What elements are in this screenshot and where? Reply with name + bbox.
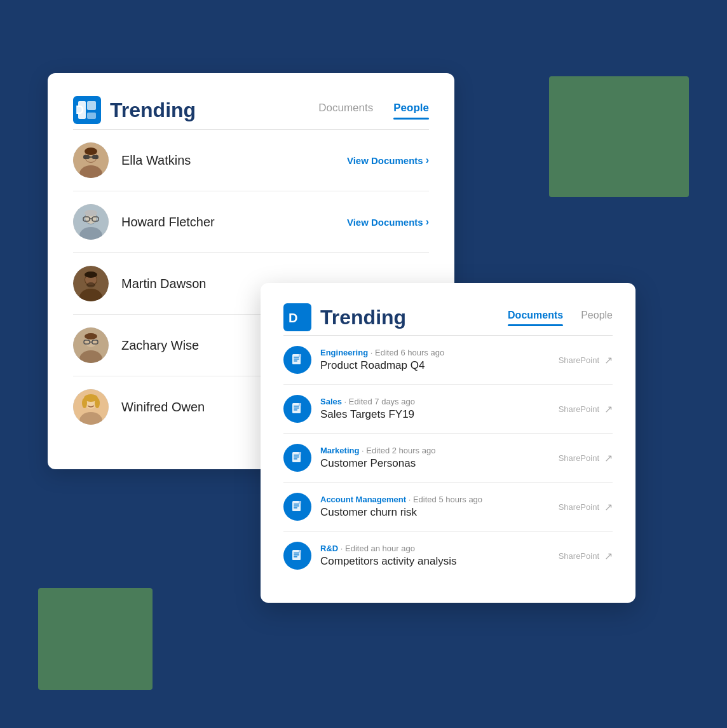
delve-icon-docs: D [283,303,311,331]
doc-category-4: R&D [320,544,338,553]
trending-icon-0: ↗ [604,354,613,366]
svg-rect-2 [87,101,96,110]
svg-point-26 [86,282,95,287]
doc-info-1: Sales · Edited 7 days ago Sales Targets … [320,397,550,421]
doc-category-1: Sales [320,397,342,406]
doc-right-0: SharePoint ↗ [559,354,613,366]
green-decoration-top [549,76,689,197]
doc-meta-0: Engineering · Edited 6 hours ago [320,348,550,357]
doc-right-4: SharePoint ↗ [559,550,613,562]
svg-rect-50 [294,409,297,411]
doc-right-3: SharePoint ↗ [559,501,613,513]
svg-point-33 [85,333,97,340]
svg-text:D: D [289,311,297,325]
svg-point-39 [95,398,100,408]
trending-icon-1: ↗ [604,403,613,415]
chevron-icon: › [426,155,429,166]
doc-name-3: Customer churn risk [320,506,550,519]
doc-info-2: Marketing · Edited 2 hours ago Customer … [320,446,550,470]
svg-rect-61 [299,501,301,504]
person-name-ella: Ella Watkins [121,153,347,168]
doc-info-4: R&D · Edited an hour ago Competitors act… [320,544,550,568]
doc-row-0: Engineering · Edited 6 hours ago Product… [283,336,613,385]
svg-rect-51 [299,403,301,406]
doc-info-3: Account Management · Edited 5 hours ago … [320,495,550,519]
svg-point-25 [85,271,97,278]
svg-rect-46 [299,354,301,357]
tab-docs-documents[interactable]: Documents [508,310,563,325]
person-row-howard: Howard Fletcher View Documents › [73,191,429,253]
doc-right-1: SharePoint ↗ [559,403,613,415]
doc-meta-4: R&D · Edited an hour ago [320,544,550,553]
doc-edited-3: · Edited 5 hours ago [409,495,482,504]
people-tab-group: Documents People [318,102,429,118]
svg-rect-65 [294,556,297,558]
doc-name-2: Customer Personas [320,457,550,470]
doc-icon-0 [283,346,311,374]
people-card-title: Trending [110,99,318,122]
svg-rect-9 [83,155,90,159]
doc-meta-1: Sales · Edited 7 days ago [320,397,550,406]
svg-rect-58 [294,504,299,505]
avatar-martin [73,266,109,301]
sharepoint-label-1: SharePoint [559,404,599,414]
svg-rect-43 [294,357,299,358]
svg-rect-10 [92,155,99,159]
doc-icon-1 [283,395,311,423]
person-row-ella: Ella Watkins View Documents › [73,130,429,191]
sharepoint-label-2: SharePoint [559,453,599,463]
svg-rect-53 [294,455,299,456]
chevron-icon: › [426,216,429,228]
doc-icon-3 [283,493,311,521]
docs-tab-group: Documents People [508,310,613,325]
svg-rect-66 [299,550,301,553]
tab-people[interactable]: People [393,102,429,118]
svg-point-38 [82,398,87,408]
doc-row-3: Account Management · Edited 5 hours ago … [283,483,613,532]
docs-card: D Trending Documents People Engineering … [261,283,635,603]
doc-category-3: Account Management [320,495,406,504]
delve-icon: D [73,96,101,124]
svg-text:D: D [76,104,84,116]
doc-name-4: Competitors activity analysis [320,555,550,568]
svg-rect-55 [294,458,297,460]
avatar-ella [73,142,109,178]
doc-edited-2: · Edited 2 hours ago [362,446,435,455]
trending-icon-3: ↗ [604,501,613,513]
svg-point-20 [85,210,97,216]
view-docs-howard[interactable]: View Documents › [347,216,429,228]
docs-card-title: Trending [320,306,508,329]
doc-icon-4 [283,542,311,570]
doc-name-0: Product Roadmap Q4 [320,359,550,372]
avatar-winifred [73,389,109,425]
tab-documents[interactable]: Documents [318,102,373,118]
doc-edited-4: · Edited an hour ago [341,544,415,553]
svg-rect-56 [299,452,301,455]
svg-point-12 [85,148,97,155]
person-name-howard: Howard Fletcher [121,215,347,230]
tab-docs-people[interactable]: People [581,310,613,325]
view-docs-ella[interactable]: View Documents › [347,155,429,166]
trending-icon-4: ↗ [604,550,613,562]
doc-row-1: Sales · Edited 7 days ago Sales Targets … [283,385,613,434]
avatar-howard [73,204,109,240]
doc-row-4: R&D · Edited an hour ago Competitors act… [283,532,613,580]
svg-rect-64 [294,554,299,556]
doc-category-0: Engineering [320,348,368,357]
svg-rect-45 [294,361,297,362]
sharepoint-label-3: SharePoint [559,502,599,512]
doc-right-2: SharePoint ↗ [559,452,613,464]
sharepoint-label-0: SharePoint [559,355,599,365]
doc-edited-0: · Edited 6 hours ago [370,348,444,357]
avatar-zachary [73,327,109,363]
doc-meta-2: Marketing · Edited 2 hours ago [320,446,550,455]
svg-rect-44 [294,359,299,360]
svg-rect-59 [294,505,299,507]
doc-icon-2 [283,444,311,472]
doc-row-2: Marketing · Edited 2 hours ago Customer … [283,434,613,483]
doc-info-0: Engineering · Edited 6 hours ago Product… [320,348,550,372]
svg-rect-60 [294,507,297,509]
doc-meta-3: Account Management · Edited 5 hours ago [320,495,550,504]
svg-rect-49 [294,408,299,409]
doc-category-2: Marketing [320,446,359,455]
